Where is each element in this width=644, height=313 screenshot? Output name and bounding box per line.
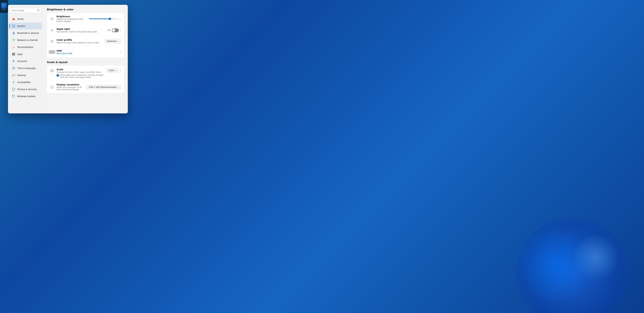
bluetooth-icon	[12, 31, 15, 35]
svg-rect-2	[12, 25, 15, 27]
section-spacer	[47, 58, 124, 61]
sidebar-item-bluetooth[interactable]: Bluetooth & devices	[9, 30, 42, 36]
section-brightness-title: Brightness & color	[47, 8, 124, 11]
svg-rect-9	[12, 53, 14, 54]
sidebar: Home System	[8, 5, 43, 114]
scale-row: Scale Change the size of text, apps, and…	[47, 66, 124, 81]
hdr-link[interactable]: More about HDR	[56, 52, 118, 54]
sidebar-item-home[interactable]: Home	[9, 16, 42, 22]
svg-line-7	[12, 34, 14, 34]
svg-line-28	[51, 20, 51, 20]
display-resolution-value: 2736 × 1824 (Recommended)	[89, 86, 116, 88]
svg-rect-11	[12, 54, 14, 56]
scale-layout-card: Scale Change the size of text, apps, and…	[47, 66, 124, 93]
sidebar-item-gaming[interactable]: Gaming	[9, 72, 42, 78]
search-icon	[37, 9, 40, 12]
sidebar-item-time[interactable]: Time & language	[9, 65, 42, 72]
svg-line-26	[51, 18, 51, 18]
sidebar-item-network[interactable]: Network & internet	[9, 37, 42, 44]
color-profile-control[interactable]: Enhanced ⌄	[105, 39, 121, 44]
color-profile-value: Enhanced	[107, 40, 116, 42]
apps-icon	[12, 52, 15, 56]
display-resolution-row: Display resolution Adjust the resolution…	[47, 81, 124, 93]
night-light-control: Off ›	[107, 28, 121, 32]
hdr-text: HDR More about HDR	[56, 50, 118, 54]
svg-point-21	[52, 18, 53, 20]
svg-rect-12	[14, 54, 15, 56]
color-profile-subtitle: Adjust the way colors appear on your scr…	[56, 42, 102, 44]
display-resolution-text: Display resolution Adjust the resolution…	[56, 83, 84, 91]
scale-dropdown[interactable]: 175% ⌄	[106, 68, 119, 73]
brightness-subtitle: Adjust the brightness of the built-in di…	[56, 18, 87, 22]
edge-label: Edge	[2, 9, 6, 10]
display-resolution-title: Display resolution	[56, 83, 84, 86]
scale-subtitle: Change the size of text, apps, and other…	[56, 71, 104, 73]
scale-title: Scale	[56, 68, 104, 71]
svg-point-30	[51, 30, 53, 31]
network-icon	[12, 38, 15, 42]
brightness-text: Brightness Adjust the brightness of the …	[56, 15, 87, 22]
svg-line-6	[12, 32, 14, 34]
brightness-icon	[50, 16, 54, 21]
scale-icon	[50, 68, 54, 73]
night-light-text: Night light Use warmer colors to help bl…	[56, 28, 105, 33]
scale-value: 175%	[108, 69, 114, 72]
night-light-icon	[50, 28, 54, 32]
sidebar-item-bluetooth-label: Bluetooth & devices	[17, 32, 39, 34]
search-input[interactable]	[12, 9, 36, 12]
svg-point-13	[13, 60, 14, 61]
brightness-expand-chevron[interactable]: ⌄	[119, 18, 121, 20]
display-resolution-dropdown[interactable]: 2736 × 1824 (Recommended) ⌄	[86, 85, 121, 90]
night-light-chevron[interactable]: ›	[120, 29, 121, 32]
hdr-row: HDR HDR More about HDR ›	[47, 47, 124, 58]
edge-icon	[1, 3, 7, 8]
sidebar-item-system-label: System	[17, 25, 25, 27]
accounts-icon	[12, 60, 15, 63]
system-icon	[12, 24, 15, 28]
scale-dropdown-chevron: ⌄	[115, 69, 117, 72]
brightness-slider-fill	[89, 18, 110, 19]
search-box[interactable]	[10, 8, 41, 13]
brightness-color-card: Brightness Adjust the brightness of the …	[47, 13, 124, 58]
scale-note-text: Some apps won't respond to scaling chang…	[60, 74, 104, 78]
night-light-status: Off	[107, 29, 110, 32]
sidebar-item-personalization[interactable]: Personalization	[9, 44, 42, 50]
color-profile-text: Color profile Adjust the way colors appe…	[56, 39, 102, 44]
scale-note: i Some apps won't respond to scaling cha…	[56, 74, 104, 78]
sidebar-item-accessibility[interactable]: Accessibility	[9, 79, 42, 86]
color-profile-dropdown[interactable]: Enhanced ⌄	[105, 39, 121, 44]
brightness-slider-thumb[interactable]	[109, 18, 111, 20]
sidebar-item-system[interactable]: System	[9, 23, 42, 30]
brightness-control[interactable]: ⌄	[89, 18, 121, 20]
svg-rect-38	[51, 70, 53, 72]
scale-info-icon: i	[56, 74, 59, 77]
sidebar-item-gaming-label: Gaming	[17, 74, 26, 76]
night-light-toggle[interactable]	[112, 28, 119, 32]
home-icon	[12, 17, 15, 21]
sidebar-item-network-label: Network & internet	[17, 39, 38, 41]
display-resolution-icon	[50, 85, 54, 89]
hdr-title: HDR	[56, 50, 118, 52]
hdr-chevron[interactable]: ›	[120, 50, 121, 54]
display-resolution-dropdown-chevron: ⌄	[117, 86, 119, 88]
color-profile-row: Color profile Adjust the way colors appe…	[47, 36, 124, 47]
sidebar-item-accounts[interactable]: Accounts	[9, 58, 42, 64]
brightness-slider-track[interactable]	[89, 18, 118, 19]
scale-control[interactable]: 175% ⌄ ›	[106, 68, 121, 73]
sidebar-item-apps[interactable]: Apps	[9, 51, 42, 58]
sidebar-item-update[interactable]: Windows Update	[9, 93, 42, 100]
svg-line-29	[53, 18, 53, 18]
brightness-row: Brightness Adjust the brightness of the …	[47, 13, 124, 25]
gaming-icon	[12, 74, 15, 77]
section-scale-title: Scale & layout	[47, 61, 124, 64]
sidebar-item-home-label: Home	[17, 18, 24, 20]
sidebar-item-time-label: Time & language	[17, 67, 36, 70]
sidebar-item-update-label: Windows Update	[17, 95, 35, 98]
scale-expand-chevron[interactable]: ›	[120, 69, 121, 72]
display-resolution-control[interactable]: 2736 × 1824 (Recommended) ⌄	[86, 85, 121, 90]
color-profile-icon	[50, 39, 54, 44]
scale-text: Scale Change the size of text, apps, and…	[56, 68, 104, 78]
content-area: Brightness & color	[43, 5, 128, 114]
update-icon	[12, 94, 15, 98]
sidebar-item-privacy[interactable]: Privacy & security	[9, 86, 42, 92]
